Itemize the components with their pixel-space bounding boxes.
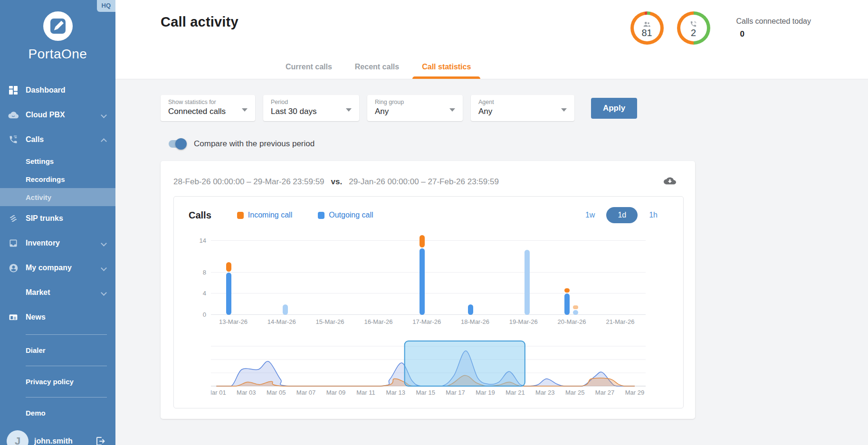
- bar-segment[interactable]: [564, 294, 570, 315]
- tab-call-statistics[interactable]: Call statistics: [412, 57, 480, 79]
- sidebar-nav: Dashboard Cloud PBX Calls: [0, 78, 115, 424]
- sidebar-link-privacy-policy[interactable]: Privacy policy: [0, 371, 115, 392]
- incoming-swatch-icon: [237, 212, 244, 219]
- overview-x-label: Mar 09: [326, 389, 345, 396]
- x-axis-label: 21-Mar-26: [606, 318, 634, 325]
- agent-select[interactable]: Agent Any: [471, 95, 574, 121]
- divider: [26, 397, 107, 398]
- x-axis-label: 14-Mar-26: [267, 318, 296, 325]
- compare-toggle[interactable]: [169, 140, 186, 148]
- sidebar-item-activity[interactable]: Activity: [0, 188, 115, 206]
- range-1d-button[interactable]: 1d: [606, 207, 638, 223]
- bar-segment[interactable]: [420, 248, 425, 315]
- chevron-up-icon: [101, 137, 107, 142]
- news-icon: [8, 312, 19, 323]
- calls-icon: [8, 134, 19, 145]
- agents-count: 81: [641, 28, 652, 38]
- dropdown-caret-icon: [346, 108, 352, 112]
- calls-stat-ring: 2: [677, 11, 710, 45]
- granularity-buttons: 1w 1d 1h: [581, 207, 662, 223]
- outgoing-swatch-icon: [318, 212, 324, 219]
- gridline: [211, 272, 646, 273]
- bar-segment[interactable]: [226, 273, 231, 315]
- overview-x-label: Mar 01: [211, 389, 226, 396]
- chevron-down-icon: [101, 290, 107, 295]
- y-axis-tick: 0: [192, 311, 206, 318]
- sidebar-item-recordings[interactable]: Recordings: [0, 170, 115, 188]
- gridline: [211, 240, 646, 241]
- sip-trunks-icon: [8, 213, 19, 224]
- agents-stat-ring: 81: [630, 11, 664, 45]
- tab-current-calls[interactable]: Current calls: [276, 57, 342, 79]
- connected-calls-count: 2: [691, 28, 696, 38]
- bar-segment[interactable]: [573, 310, 578, 315]
- calls-connected-value: 0: [740, 29, 811, 39]
- period-select[interactable]: Period Last 30 days: [263, 95, 359, 121]
- legend-incoming-call[interactable]: Incoming call: [237, 211, 292, 219]
- select-value: Any: [375, 107, 443, 116]
- bar-segment[interactable]: [573, 305, 578, 309]
- sidebar-link-demo[interactable]: Demo: [0, 402, 115, 424]
- gridline: [211, 314, 646, 315]
- chevron-down-icon: [101, 240, 107, 246]
- bar-segment[interactable]: [525, 250, 530, 315]
- main-area: Call activity 81: [115, 0, 868, 445]
- sidebar-item-settings[interactable]: Settings: [0, 152, 115, 170]
- sidebar-link-dialer[interactable]: Dialer: [0, 340, 115, 361]
- overview-x-label: Mar 21: [506, 389, 525, 396]
- overview-x-label: Mar 29: [625, 389, 644, 396]
- sidebar-item-cloud-pbx[interactable]: Cloud PBX: [0, 103, 115, 127]
- calls-connected-today: Calls connected today 0: [736, 17, 811, 39]
- chevron-down-icon: [101, 265, 107, 271]
- sidebar-item-calls[interactable]: Calls: [0, 127, 115, 152]
- show-statistics-for-select[interactable]: Show statistics for Connected calls: [161, 95, 255, 121]
- x-axis-label: 20-Mar-26: [558, 318, 586, 325]
- filter-row: Show statistics for Connected calls Peri…: [161, 95, 868, 121]
- bar-segment[interactable]: [420, 235, 425, 247]
- compare-toggle-row: Compare with the previous period: [161, 139, 868, 149]
- sidebar: HQ PortaOne: [0, 0, 115, 445]
- sidebar-item-sip-trunks[interactable]: SIP trunks: [0, 206, 115, 231]
- compare-toggle-label: Compare with the previous period: [194, 139, 315, 149]
- agents-icon: [643, 19, 651, 28]
- inventory-icon: [8, 237, 19, 249]
- ring-group-select[interactable]: Ring group Any: [367, 95, 463, 121]
- empty-icon-slot: [8, 287, 19, 298]
- sidebar-item-label: Calls: [26, 135, 101, 144]
- overview-x-label: Mar 03: [237, 389, 256, 396]
- sidebar-item-inventory[interactable]: Inventory: [0, 231, 115, 256]
- sidebar-item-market[interactable]: Market: [0, 280, 115, 305]
- select-label: Ring group: [375, 99, 443, 105]
- bar-plot: 0481413-Mar-2614-Mar-2615-Mar-2616-Mar-2…: [211, 237, 646, 315]
- range-1w-button[interactable]: 1w: [581, 207, 600, 223]
- overview-x-label: Mar 15: [416, 389, 435, 396]
- page-header: Call activity 81: [115, 0, 868, 79]
- tab-recent-calls[interactable]: Recent calls: [345, 57, 409, 79]
- download-icon[interactable]: [664, 176, 676, 188]
- overview-svg[interactable]: Mar 01Mar 03Mar 05Mar 07Mar 09Mar 11Mar …: [211, 340, 646, 398]
- brush-selection[interactable]: [405, 341, 525, 386]
- select-label: Show statistics for: [168, 99, 235, 105]
- chevron-down-icon: [101, 112, 107, 118]
- bar-segment[interactable]: [564, 288, 570, 293]
- overview-x-label: Mar 27: [595, 389, 614, 396]
- sidebar-item-news[interactable]: News: [0, 305, 115, 330]
- x-axis-label: 17-Mar-26: [412, 318, 441, 325]
- bar-segment[interactable]: [283, 304, 288, 315]
- apply-button[interactable]: Apply: [591, 98, 637, 119]
- user-row: J john.smith: [0, 424, 115, 445]
- legend-outgoing-call[interactable]: Outgoing call: [318, 211, 373, 219]
- bar-segment[interactable]: [468, 304, 473, 315]
- bar-segment[interactable]: [226, 262, 231, 271]
- select-label: Agent: [478, 99, 554, 105]
- overview-x-label: Mar 13: [386, 389, 405, 396]
- avatar[interactable]: J: [7, 430, 29, 445]
- sidebar-item-dashboard[interactable]: Dashboard: [0, 78, 115, 103]
- sidebar-item-my-company[interactable]: My company: [0, 256, 115, 280]
- range-1h-button[interactable]: 1h: [644, 207, 662, 223]
- logout-icon[interactable]: [95, 436, 106, 445]
- sidebar-item-label: Cloud PBX: [26, 111, 101, 119]
- y-axis-tick: 14: [192, 237, 206, 244]
- toggle-knob: [175, 138, 187, 150]
- page-title: Call activity: [161, 14, 238, 30]
